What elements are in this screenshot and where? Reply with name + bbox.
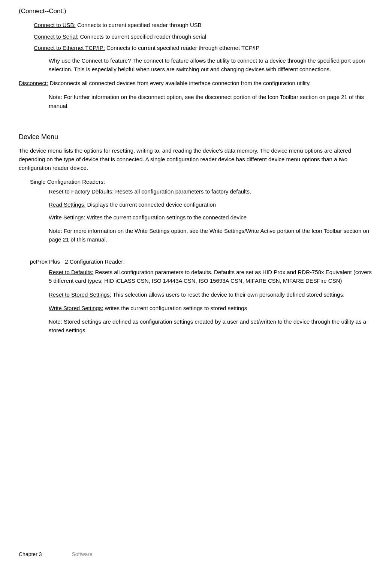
connect-ethernet-line: Connect to Ethernet TCP/IP: Connects to … bbox=[34, 44, 373, 52]
reset-stored-label: Reset to Stored Settings: bbox=[49, 291, 111, 298]
write-stored-line: Write Stored Settings: writes the curren… bbox=[49, 304, 373, 313]
connect-usb-text: Connects to current specified reader thr… bbox=[76, 22, 202, 28]
reset-defaults-label: Reset to Defaults: bbox=[49, 269, 93, 275]
read-settings-label: Read Settings: bbox=[49, 201, 85, 208]
read-settings-text: Displays the current connected device co… bbox=[85, 201, 216, 208]
write-settings-line: Write Settings: Writes the current confi… bbox=[49, 213, 373, 222]
read-settings-line: Read Settings: Displays the current conn… bbox=[49, 201, 373, 209]
connect-usb-label: Connect to USB: bbox=[34, 22, 76, 28]
reset-stored-line: Reset to Stored Settings: This selection… bbox=[49, 290, 373, 299]
reset-factory-line: Reset to Factory Defaults: Resets all co… bbox=[49, 188, 373, 196]
note-write-settings: Note: For more information on the Write … bbox=[49, 226, 373, 244]
connect-usb-line: Connect to USB: Connects to current spec… bbox=[34, 21, 373, 30]
single-config-label: Single Configuration Readers: bbox=[30, 178, 373, 186]
page-title: (Connect--Cont.) bbox=[19, 8, 373, 15]
write-settings-text: Writes the current configuration setting… bbox=[85, 214, 247, 220]
reset-defaults-line: Reset to Defaults: Resets all configurat… bbox=[49, 268, 373, 285]
write-stored-label: Write Stored Settings: bbox=[49, 305, 103, 311]
connect-serial-label: Connect to Serial: bbox=[34, 33, 78, 40]
footer-software: Software bbox=[72, 551, 92, 557]
connect-serial-text: Connects to current specified reader thr… bbox=[78, 33, 206, 40]
connect-serial-line: Connect to Serial: Connects to current s… bbox=[34, 33, 373, 41]
note-stored: Note: Stored settings are defined as con… bbox=[49, 317, 373, 335]
disconnect-label: Disconnect: bbox=[19, 80, 48, 86]
disconnect-line: Disconnect: Disconnects all connected de… bbox=[19, 79, 373, 87]
write-settings-label: Write Settings: bbox=[49, 214, 85, 220]
page-title-text: (Connect--Cont.) bbox=[19, 8, 66, 15]
write-stored-text: writes the current configuration setting… bbox=[103, 305, 247, 311]
pcprox-label: pcProx Plus - 2 Configuration Reader: bbox=[30, 258, 373, 266]
disconnect-text: Disconnects all connected devices from e… bbox=[48, 80, 311, 86]
reset-defaults-text: Resets all configuration parameters to d… bbox=[49, 269, 372, 284]
connect-ethernet-text: Connects to current specified reader thr… bbox=[105, 45, 259, 51]
connect-ethernet-label: Connect to Ethernet TCP/IP: bbox=[34, 45, 105, 51]
page: (Connect--Cont.) Connect to USB: Connect… bbox=[0, 0, 392, 561]
device-menu-heading: Device Menu bbox=[19, 133, 373, 141]
reset-factory-text: Resets all configuration parameters to f… bbox=[114, 188, 251, 195]
footer-chapter: Chapter 3 bbox=[19, 551, 42, 557]
note-disconnect: Note: For further information on the dis… bbox=[49, 93, 373, 110]
footer: Chapter 3 Software bbox=[19, 551, 93, 557]
reset-factory-label: Reset to Factory Defaults: bbox=[49, 188, 114, 195]
device-menu-intro: The device menu lists the options for re… bbox=[19, 146, 373, 172]
why-connect-para: Why use the Connect to feature? The conn… bbox=[49, 56, 373, 74]
reset-stored-text: This selection allows users to reset the… bbox=[111, 291, 345, 298]
